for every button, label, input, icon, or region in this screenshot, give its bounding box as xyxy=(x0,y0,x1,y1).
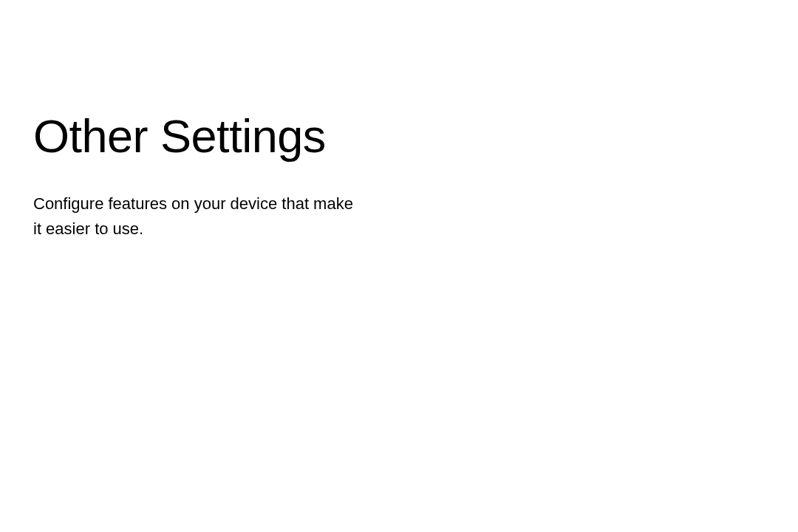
page-title: Other Settings xyxy=(33,111,765,162)
page-description: Configure features on your device that m… xyxy=(33,191,358,242)
